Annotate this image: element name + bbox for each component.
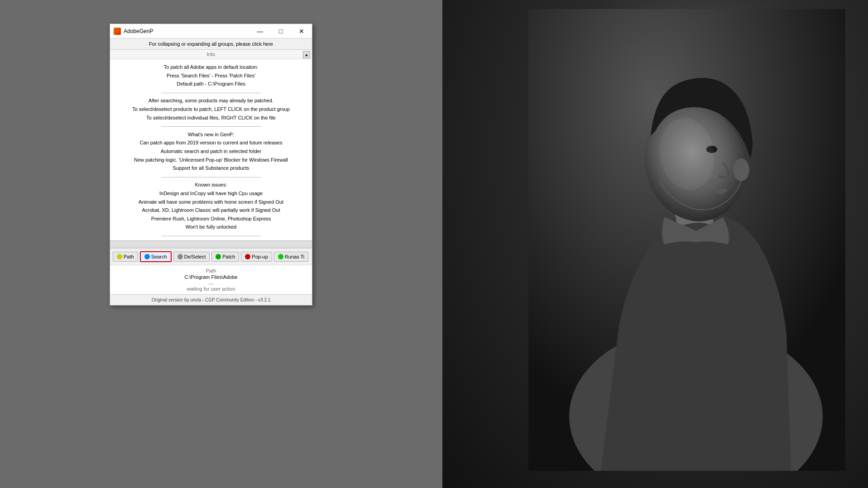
- path-button[interactable]: Path: [113, 252, 138, 262]
- path-icon: [117, 254, 122, 259]
- info-line: ----------------------------------------…: [119, 232, 303, 240]
- action-buttons-row: Path Search De/Select Patch Pop-up Runas…: [110, 248, 312, 265]
- path-button-label: Path: [124, 254, 134, 259]
- status-divider: ---: [115, 281, 307, 286]
- info-label: Info: [114, 52, 308, 57]
- title-bar: AdobeGenP — □ ✕: [110, 24, 312, 38]
- info-line: Acrobat, XD, Lightroom Classic will part…: [119, 206, 303, 215]
- search-button[interactable]: Search: [140, 251, 172, 262]
- patch-icon: [216, 254, 221, 259]
- runas-button[interactable]: Runas Ti: [274, 252, 308, 262]
- info-line: Automatic search and patch in selected f…: [119, 148, 303, 156]
- popup-button-label: Pop-up: [252, 254, 268, 259]
- status-section: Path C:\Program Files\Adobe --- waiting …: [110, 265, 312, 294]
- info-header: Info ▲: [110, 50, 312, 59]
- info-line: Won't be fully unlocked: [119, 223, 303, 231]
- info-line: ----------------------------------------…: [119, 173, 303, 181]
- app-icon: [114, 28, 121, 35]
- svg-point-3: [733, 158, 749, 181]
- info-line: Some Apps demand Creative Cloud App and …: [119, 240, 303, 240]
- info-line: New patching logic. 'Unlicensed Pop-up' …: [119, 156, 303, 164]
- runas-icon: [278, 254, 283, 259]
- maximize-button[interactable]: □: [270, 24, 291, 38]
- collapse-text: For collapsing or expanding all groups, …: [149, 41, 273, 47]
- info-line: To select/deselect individual files, RIG…: [119, 114, 303, 122]
- info-line: After searching, some products may alrea…: [119, 97, 303, 105]
- info-line: Premiere Rush, Lightroom Online, Photosh…: [119, 215, 303, 223]
- deselect-button-label: De/Select: [184, 254, 206, 259]
- info-line: Support for all Substance products: [119, 164, 303, 172]
- window-controls: — □ ✕: [249, 24, 312, 38]
- runas-button-label: Runas Ti: [285, 254, 304, 259]
- deselect-icon: [177, 254, 183, 259]
- path-value: C:\Program Files\Adobe: [115, 274, 307, 280]
- footer-text: Original version by uncla - CGP Communit…: [152, 297, 271, 302]
- patch-button-label: Patch: [222, 254, 235, 259]
- search-button-label: Search: [151, 254, 167, 259]
- popup-icon: [245, 254, 250, 259]
- collapse-bar[interactable]: For collapsing or expanding all groups, …: [110, 38, 312, 50]
- progress-bar-container: [110, 241, 312, 248]
- close-button[interactable]: ✕: [291, 24, 312, 38]
- info-line: To select/deselect products to patch, LE…: [119, 105, 303, 114]
- info-line: InDesign and InCopy will have high Cpu u…: [119, 190, 303, 198]
- status-text: waiting for user action: [115, 286, 307, 292]
- info-line: Default path - C:\Program Files: [119, 80, 303, 88]
- info-line: Animate will have some problems with hom…: [119, 198, 303, 206]
- patch-button[interactable]: Patch: [211, 252, 239, 262]
- info-content[interactable]: To patch all Adobe apps in default locat…: [110, 59, 312, 240]
- info-line: ----------------------------------------…: [119, 89, 303, 97]
- app-window: AdobeGenP — □ ✕ For collapsing or expand…: [110, 24, 312, 306]
- app-title: AdobeGenP: [124, 28, 249, 34]
- path-heading: Path: [115, 268, 307, 273]
- person-silhouette: [528, 9, 845, 471]
- search-icon: [144, 254, 150, 259]
- info-line: To patch all Adobe apps in default locat…: [119, 63, 303, 72]
- info-line: What's new in GenP:: [119, 131, 303, 139]
- info-line: Known issues:: [119, 181, 303, 189]
- info-line: Press 'Search Files' - Press 'Patch File…: [119, 72, 303, 80]
- info-section: Info ▲ To patch all Adobe apps in defaul…: [110, 50, 312, 241]
- deselect-button[interactable]: De/Select: [173, 252, 210, 262]
- background-photo: [442, 0, 868, 488]
- footer: Original version by uncla - CGP Communit…: [110, 294, 312, 305]
- scroll-up-button[interactable]: ▲: [303, 51, 310, 58]
- minimize-button[interactable]: —: [249, 24, 270, 38]
- info-line: Can patch apps from 2019 version to curr…: [119, 139, 303, 147]
- popup-button[interactable]: Pop-up: [241, 252, 272, 262]
- info-line: ----------------------------------------…: [119, 122, 303, 130]
